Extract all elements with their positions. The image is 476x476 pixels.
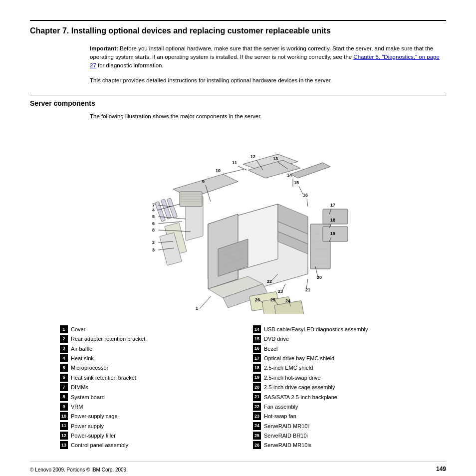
svg-text:9: 9 [202, 179, 205, 184]
component-label: Power-supply cage [71, 412, 118, 420]
component-label: VRM [71, 403, 83, 411]
component-label: SAS/SATA 2.5-inch backplane [264, 393, 337, 401]
component-number: 4 [60, 354, 68, 362]
svg-text:14: 14 [287, 173, 292, 178]
list-item: 16Bezel [253, 345, 446, 353]
component-number: 14 [253, 325, 261, 333]
component-number: 10 [60, 412, 68, 420]
component-label: Bezel [264, 345, 278, 353]
component-label: ServeRAID BR10i [264, 432, 308, 440]
svg-text:10: 10 [216, 168, 221, 173]
component-number: 2 [60, 335, 68, 343]
svg-text:19: 19 [330, 231, 335, 236]
server-diagram: 1 2 3 4 5 6 7 [30, 124, 446, 315]
component-label: DVD drive [264, 335, 289, 343]
list-item: 17Optical drive bay EMC shield [253, 354, 446, 362]
list-item: 15DVD drive [253, 335, 446, 343]
component-number: 20 [253, 383, 261, 391]
component-number: 22 [253, 403, 261, 411]
list-item: 192.5-inch hot-swap drive [253, 374, 446, 382]
components-left-column: 1Cover2Rear adapter retention bracket3Ai… [60, 325, 253, 451]
component-number: 3 [60, 345, 68, 353]
component-number: 12 [60, 432, 68, 440]
svg-line-45 [223, 169, 244, 174]
component-number: 15 [253, 335, 261, 343]
component-label: ServeRAID MR10is [264, 441, 311, 449]
list-item: 11Power supply [60, 422, 253, 430]
component-number: 7 [60, 383, 68, 391]
component-number: 17 [253, 354, 261, 362]
svg-text:6: 6 [152, 221, 155, 226]
list-item: 3Air baffle [60, 345, 253, 353]
svg-line-71 [282, 284, 285, 291]
component-number: 18 [253, 364, 261, 372]
component-label: Control panel assembly [71, 441, 128, 449]
component-number: 13 [60, 441, 68, 449]
svg-text:21: 21 [305, 287, 310, 292]
svg-line-57 [307, 199, 308, 207]
component-label: Power-supply filler [71, 432, 116, 440]
list-item: 21SAS/SATA 2.5-inch backplane [253, 393, 446, 401]
component-number: 11 [60, 422, 68, 430]
list-item: 7DIMMs [60, 383, 253, 391]
component-number: 26 [253, 441, 261, 449]
component-label: DIMMs [71, 383, 88, 391]
list-item: 4Heat sink [60, 354, 253, 362]
svg-text:3: 3 [152, 247, 155, 252]
component-number: 9 [60, 403, 68, 411]
component-number: 21 [253, 393, 261, 401]
component-number: 19 [253, 374, 261, 382]
list-item: 8System board [60, 393, 253, 401]
component-label: Microprocessor [71, 364, 108, 372]
svg-text:7: 7 [152, 203, 155, 208]
component-label: 2.5-inch EMC shield [264, 364, 313, 372]
page-container: Chapter 7. Installing optional devices a… [30, 20, 446, 473]
component-number: 8 [60, 393, 68, 401]
component-label: Rear adapter retention bracket [71, 335, 145, 343]
svg-text:23: 23 [278, 289, 283, 294]
svg-text:8: 8 [152, 228, 155, 233]
list-item: 26ServeRAID MR10is [253, 441, 446, 449]
component-label: Optical drive bay EMC shield [264, 354, 334, 362]
svg-text:4: 4 [152, 208, 155, 213]
list-item: 22Fan assembly [253, 403, 446, 411]
list-item: 23Hot-swap fan [253, 412, 446, 420]
component-number: 25 [253, 432, 261, 440]
component-label: System board [71, 393, 105, 401]
list-item: 13Control panel assembly [60, 441, 253, 449]
list-item: 6Heat sink retention bracket [60, 374, 253, 382]
component-number: 6 [60, 374, 68, 382]
page-footer: © Lenovo 2009. Portions © IBM Corp. 2009… [30, 461, 446, 473]
list-item: 202.5-inch drive cage assembly [253, 383, 446, 391]
components-right-column: 14USB cable/EasyLED diagnostics assembly… [253, 325, 446, 451]
list-item: 5Microprocessor [60, 364, 253, 372]
chapter-title: Chapter 7. Installing optional devices a… [30, 20, 446, 36]
svg-line-55 [299, 186, 303, 194]
svg-text:18: 18 [330, 218, 335, 223]
svg-text:13: 13 [273, 156, 278, 161]
component-label: Fan assembly [264, 403, 298, 411]
component-label: Hot-swap fan [264, 412, 296, 420]
svg-text:17: 17 [330, 203, 335, 208]
svg-text:1: 1 [196, 306, 198, 311]
svg-text:12: 12 [250, 154, 255, 159]
list-item: 1Cover [60, 325, 253, 333]
list-item: 25ServeRAID BR10i [253, 432, 446, 440]
component-number: 24 [253, 422, 261, 430]
svg-text:2: 2 [152, 240, 155, 245]
svg-text:25: 25 [270, 297, 275, 302]
important-block: Important: Before you install optional h… [90, 44, 446, 70]
list-item: 2Rear adapter retention bracket [60, 335, 253, 343]
svg-text:15: 15 [294, 180, 299, 185]
components-grid: 1Cover2Rear adapter retention bracket3Ai… [60, 325, 446, 451]
component-label: USB cable/EasyLED diagnostics assembly [264, 325, 368, 333]
component-number: 5 [60, 364, 68, 372]
section-title: Server components [30, 95, 446, 107]
component-number: 23 [253, 412, 261, 420]
list-item: 14USB cable/EasyLED diagnostics assembly [253, 325, 446, 333]
server-diagram-svg: 1 2 3 4 5 6 7 [108, 124, 368, 314]
component-label: Power supply [71, 422, 104, 430]
component-label: 2.5-inch drive cage assembly [264, 383, 335, 391]
component-number: 16 [253, 345, 261, 353]
list-item: 10Power-supply cage [60, 412, 253, 420]
